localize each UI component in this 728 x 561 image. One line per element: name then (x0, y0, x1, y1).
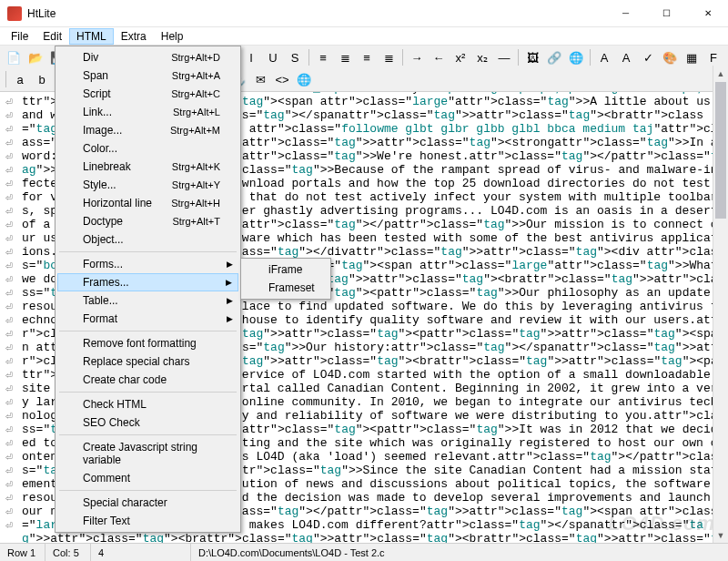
gutter-mark: ⏎ (0, 122, 18, 136)
globe-button[interactable]: 🌐 (566, 47, 586, 67)
indent-button[interactable]: → (407, 47, 427, 67)
menu-item-comment[interactable]: Comment (57, 469, 238, 487)
close-button[interactable]: ✕ (687, 0, 728, 27)
gutter-mark: ⏎ (0, 395, 18, 409)
tag-a-button[interactable]: a (10, 69, 30, 89)
status-row: Row 1 (0, 544, 46, 561)
color-text-button[interactable]: A (594, 47, 614, 67)
spell-button[interactable]: ✓ (638, 47, 658, 67)
menu-item-check-html[interactable]: Check HTML (57, 395, 238, 413)
menu-item-script[interactable]: ScriptStrg+Alt+C (57, 85, 238, 103)
gutter-mark: ⏎ (0, 450, 18, 464)
font-sel-button[interactable]: F (703, 47, 723, 67)
menu-item-table[interactable]: Table...▶ (57, 291, 238, 310)
status-path: D:\LO4D.com\Documents\LO4D - Test 2.c (191, 544, 728, 561)
menu-item-style[interactable]: Style...Strg+Alt+Y (57, 176, 238, 194)
statusbar: Row 1 Col: 5 4 D:\LO4D.com\Documents\LO4… (0, 543, 728, 561)
menu-item-seo-check[interactable]: SEO Check (57, 413, 238, 432)
menu-item-image[interactable]: Image...Strg+Alt+M (57, 121, 238, 139)
gutter-mark: ⏎ (0, 354, 18, 368)
submenu-item-iframe[interactable]: iFrame (243, 260, 329, 279)
gutter-mark: ⏎ (0, 464, 18, 477)
menu-extra[interactable]: Extra (114, 28, 154, 45)
menu-item-create-char-code[interactable]: Create char code (57, 371, 238, 389)
scrollbar-vertical[interactable]: ▲ ▼ (713, 66, 728, 543)
chevron-right-icon: ▶ (227, 260, 233, 269)
app-icon (7, 6, 22, 21)
gutter-mark: ⏎ (0, 245, 18, 259)
align-justify-button[interactable]: ≣ (379, 47, 399, 67)
window-title: HtLite (27, 7, 605, 20)
outdent-button[interactable]: ← (429, 47, 449, 67)
gutter-mark: ⏎ (0, 300, 18, 313)
menu-item-object[interactable]: Object... (57, 230, 238, 249)
minimize-button[interactable]: ─ (605, 0, 646, 27)
align-right-button[interactable]: ≡ (357, 47, 377, 67)
submenu-item-frameset[interactable]: Frameset (243, 279, 329, 297)
gutter-mark: ⏎ (0, 382, 18, 395)
gutter-mark: ⏎ (0, 436, 18, 450)
gutter-mark: ⏎ (0, 341, 18, 354)
status-col: Col: 5 (46, 544, 91, 561)
gutter-mark: ⏎ (0, 286, 18, 300)
align-center-button[interactable]: ≣ (335, 47, 355, 67)
tag-b-button[interactable]: b (32, 69, 52, 89)
sup-button[interactable]: x² (450, 47, 470, 67)
html-menu-dropdown[interactable]: DivStrg+Alt+DSpanStrg+Alt+AScriptStrg+Al… (55, 46, 241, 533)
frames-submenu[interactable]: iFrameFrameset (240, 258, 331, 300)
menu-item-forms[interactable]: Forms...▶ (57, 255, 238, 273)
menu-item-color[interactable]: Color... (57, 139, 238, 158)
menu-edit[interactable]: Edit (35, 28, 69, 45)
maximize-button[interactable]: ☐ (646, 0, 687, 27)
palette-button[interactable]: 🎨 (660, 47, 680, 67)
link-button[interactable]: 🔗 (544, 47, 564, 67)
titlebar: HtLite ─ ☐ ✕ (0, 0, 728, 27)
gutter-mark: ⏎ (0, 177, 18, 190)
menu-item-format[interactable]: Format▶ (57, 310, 238, 328)
menu-item-horizontal-line[interactable]: Horizontal lineStrg+Alt+H (57, 194, 238, 212)
gutter-mark: ⏎ (0, 204, 18, 218)
sub-button[interactable]: x₂ (472, 47, 492, 67)
menu-item-filter-text[interactable]: Filter Text (57, 512, 238, 530)
code-button[interactable]: <> (272, 69, 292, 89)
menu-item-create-javascript-string-variable[interactable]: Create Javascript string variable (57, 438, 238, 469)
menu-item-special-character[interactable]: Special character (57, 494, 238, 512)
image-button[interactable]: 🖼 (522, 47, 542, 67)
menu-file[interactable]: File (4, 28, 35, 45)
table-button[interactable]: ▦ (682, 47, 702, 67)
menu-help[interactable]: Help (154, 28, 191, 45)
gutter-mark: ⏎ (0, 231, 18, 245)
color-bg-button[interactable]: A (616, 47, 636, 67)
gutter-mark: ⏎ (0, 95, 18, 108)
menu-item-link[interactable]: Link...Strg+Alt+L (57, 103, 238, 121)
scroll-thumb[interactable] (715, 82, 726, 219)
menu-item-span[interactable]: SpanStrg+Alt+A (57, 66, 238, 85)
scroll-up-icon[interactable]: ▲ (713, 66, 728, 81)
menu-item-remove-font-formatting[interactable]: Remove font formatting (57, 334, 238, 352)
underline-button[interactable]: U (263, 47, 283, 67)
align-left-button[interactable]: ≡ (313, 47, 333, 67)
gutter-mark: ⏎ (0, 259, 18, 272)
menu-item-replace-special-chars[interactable]: Replace special chars (57, 352, 238, 371)
menu-item-doctype[interactable]: DoctypeStrg+Alt+T (57, 212, 238, 230)
menubar: FileEditHTMLExtraHelp (0, 27, 728, 46)
italic-button[interactable]: I (241, 47, 261, 67)
mail-button[interactable]: ✉ (250, 69, 270, 89)
gutter-mark: ⏎ (0, 491, 18, 505)
menu-item-frames[interactable]: Frames...▶ (57, 273, 238, 291)
chevron-right-icon: ▶ (227, 296, 233, 305)
globe2-button[interactable]: 🌐 (294, 69, 314, 89)
gutter-mark: ⏎ (0, 149, 18, 163)
gutter-mark: ⏎ (0, 505, 18, 518)
gutter-mark: ⏎ (0, 409, 18, 423)
open-button[interactable]: 📂 (25, 47, 46, 67)
scroll-down-icon[interactable]: ▼ (713, 527, 728, 543)
gutter-mark: ⏎ (0, 163, 18, 177)
strike-button[interactable]: S (285, 47, 305, 67)
new-button[interactable]: 📄 (4, 47, 24, 67)
hr-button[interactable]: — (494, 47, 514, 67)
gutter-mark: ⏎ (0, 313, 18, 327)
menu-item-div[interactable]: DivStrg+Alt+D (57, 48, 238, 66)
menu-item-linebreak[interactable]: LinebreakStrg+Alt+K (57, 158, 238, 176)
menu-html[interactable]: HTML (69, 28, 114, 45)
